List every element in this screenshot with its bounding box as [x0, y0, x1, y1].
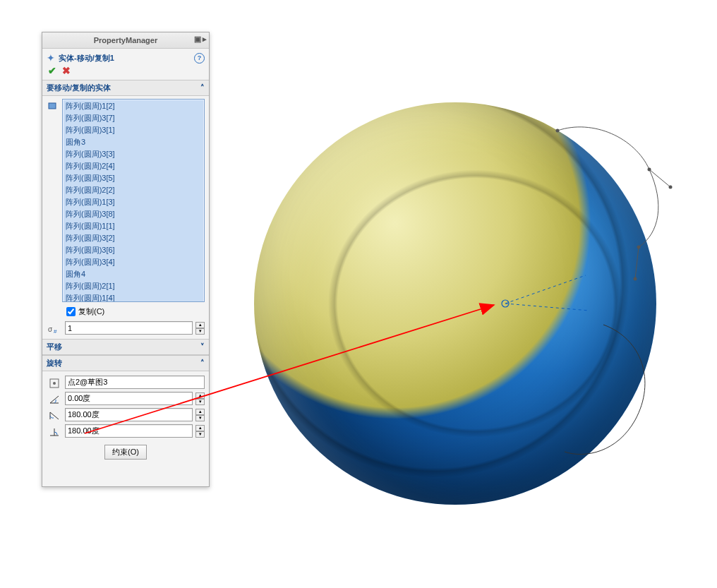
list-item[interactable]: 阵列(圆周)3[6] — [64, 244, 203, 256]
angle-y-spinner[interactable]: ▴▾ — [195, 409, 205, 421]
list-item[interactable]: 阵列(圆周)1[1] — [64, 220, 203, 232]
angle-x-icon — [47, 392, 62, 405]
svg-text:#: # — [54, 328, 57, 334]
angle-z-input[interactable] — [65, 424, 193, 438]
property-manager-titlebar: PropertyManager ▣ ▸ — [42, 32, 209, 49]
spin-up[interactable]: ▴ — [195, 392, 205, 399]
copy-count-icon: σ# — [47, 323, 62, 334]
move-copy-body-icon: ✦ — [47, 52, 55, 64]
cancel-button[interactable]: ✖ — [62, 65, 71, 76]
angle-y-icon — [47, 409, 62, 421]
bodies-section-title: 要移动/复制的实体 — [47, 83, 111, 93]
list-item[interactable]: 阵列(圆周)3[4] — [64, 256, 203, 268]
list-item[interactable]: 阵列(圆周)3[5] — [64, 172, 203, 184]
bodies-section-header[interactable]: 要移动/复制的实体 ˄ — [42, 80, 209, 96]
list-item[interactable]: 圆角3 — [64, 136, 203, 148]
help-icon[interactable]: ? — [194, 53, 205, 64]
rotate-reference-input[interactable] — [65, 376, 205, 389]
list-item[interactable]: 阵列(圆周)2[1] — [64, 280, 203, 292]
list-item[interactable]: 阵列(圆周)3[7] — [64, 112, 203, 124]
svg-point-6 — [669, 186, 673, 189]
svg-point-12 — [53, 382, 56, 385]
translate-section-header[interactable]: 平移 ˅ — [42, 339, 209, 355]
property-manager-panel: PropertyManager ▣ ▸ ✦ 实体-移动/复制1 ? ✔ ✖ 要移… — [42, 32, 210, 487]
translate-section-title: 平移 — [47, 342, 62, 352]
rotate-reference-icon — [47, 376, 62, 389]
list-item[interactable]: 阵列(圆周)3[1] — [64, 124, 203, 136]
list-item[interactable]: 阵列(圆周)1[4] — [64, 292, 203, 302]
model-preview[interactable] — [254, 102, 656, 505]
angle-z-icon — [47, 425, 62, 438]
panel-bottom-strip — [42, 465, 209, 486]
bodies-icon — [47, 99, 59, 302]
svg-point-4 — [648, 168, 651, 172]
list-item[interactable]: 阵列(圆周)1[2] — [64, 100, 203, 112]
angle-x-spinner[interactable]: ▴▾ — [195, 392, 205, 405]
ok-button[interactable]: ✔ — [48, 65, 56, 76]
collapse-caret-icon: ˄ — [200, 83, 205, 92]
feature-name: 实体-移动/复制1 — [59, 53, 114, 64]
constrain-button[interactable]: 约束(O) — [104, 445, 147, 460]
spin-down[interactable]: ▾ — [195, 431, 205, 438]
collapse-caret-icon: ˄ — [200, 359, 205, 368]
pin-icon[interactable]: ▣ — [194, 35, 201, 44]
list-item[interactable]: 圆角4 — [64, 268, 203, 280]
list-item[interactable]: 阵列(圆周)1[3] — [64, 196, 203, 208]
rotate-section-header[interactable]: 旋转 ˄ — [42, 355, 209, 371]
copy-checkbox-row[interactable]: 复制(C) — [47, 302, 205, 320]
copy-checkbox[interactable] — [66, 307, 76, 316]
rotate-section-title: 旋转 — [47, 358, 62, 368]
property-manager-title: PropertyManager — [94, 36, 157, 44]
feature-header: ✦ 实体-移动/复制1 ? — [42, 49, 209, 65]
list-item[interactable]: 阵列(圆周)2[2] — [64, 184, 203, 196]
spin-up[interactable]: ▴ — [195, 322, 205, 328]
spin-down[interactable]: ▾ — [195, 415, 205, 421]
spin-down[interactable]: ▾ — [195, 328, 205, 335]
spin-up[interactable]: ▴ — [195, 409, 205, 415]
angle-z-spinner[interactable]: ▴▾ — [195, 425, 205, 438]
svg-text:σ: σ — [48, 325, 53, 333]
copy-count-input[interactable] — [65, 321, 193, 335]
bodies-listbox[interactable]: 阵列(圆周)1[2]阵列(圆周)3[7]阵列(圆周)3[1]圆角3阵列(圆周)3… — [62, 99, 205, 302]
svg-rect-8 — [49, 103, 56, 109]
copy-label: 复制(C) — [78, 306, 104, 317]
list-item[interactable]: 阵列(圆周)2[4] — [64, 160, 203, 172]
spin-down[interactable]: ▾ — [195, 399, 205, 405]
copy-count-spinner[interactable]: ▴ ▾ — [195, 322, 205, 335]
list-item[interactable]: 阵列(圆周)3[8] — [64, 208, 203, 220]
angle-x-input[interactable] — [65, 392, 193, 405]
list-item[interactable]: 阵列(圆周)3[3] — [64, 148, 203, 160]
flyout-icon[interactable]: ▸ — [203, 35, 207, 44]
spin-up[interactable]: ▴ — [195, 425, 205, 431]
expand-caret-icon: ˅ — [200, 342, 205, 352]
angle-y-input[interactable] — [65, 408, 193, 421]
list-item[interactable]: 阵列(圆周)3[2] — [64, 232, 203, 244]
